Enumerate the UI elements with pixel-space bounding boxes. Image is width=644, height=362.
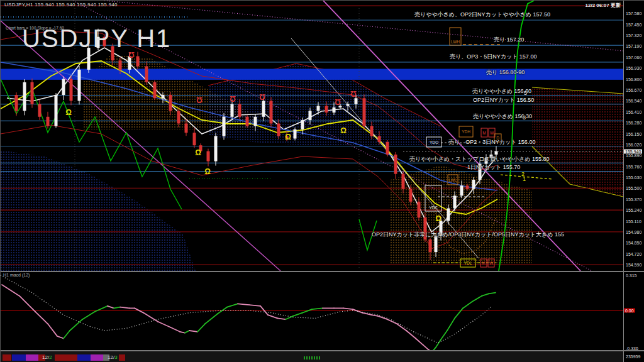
timeline-session-block — [91, 354, 103, 361]
price-axis-label: 157.060 — [626, 55, 641, 59]
sell-band — [1, 69, 623, 80]
omega-sell-marker-icon: Ω — [350, 89, 357, 98]
svg-text:LWL: LWL — [449, 178, 457, 182]
axis-corner-label: 235959 — [626, 354, 640, 359]
main-chart-pane[interactable]: ΩΩΩΩΩΩΩΩΩΩΩΩLWHYDHMWDYDOYDCLWLYDLMW USDJ… — [1, 1, 623, 272]
omega-sell-marker-icon: Ω — [259, 92, 265, 101]
svg-text:YDC: YDC — [429, 206, 438, 210]
price-annotation: 売り 156.80-90 — [486, 69, 525, 77]
timeline-session-block — [26, 354, 38, 361]
price-axis-label: 155.370 — [626, 197, 641, 201]
price-axis-label: 154.980 — [626, 229, 641, 234]
price-axis-label: 156.540 — [626, 99, 641, 103]
timeline-session-block — [12, 354, 26, 361]
price-annotation: OP2日NYカット非常に大きめ/OP3日NYカット/OP5日NYカット大きめ 1… — [372, 231, 564, 239]
price-annotation: 売り、OP2・3日NYカット 156.00 — [448, 138, 535, 146]
price-annotation: OP2日NYカット 156.50 — [473, 96, 534, 104]
price-axis-label: 157.450 — [626, 22, 641, 26]
current-price-tag: 155.940 — [624, 149, 642, 153]
price-axis-label: 155.110 — [626, 219, 641, 223]
price-axis-label: 154.590 — [626, 263, 641, 267]
price-axis-label: 156.150 — [626, 131, 641, 136]
macd-indicator-label: H1 macd (12) — [3, 273, 30, 277]
omega-buy-marker-icon: Ω — [340, 126, 347, 135]
timeline-session-block — [77, 354, 91, 361]
svg-text:YDH: YDH — [462, 129, 470, 134]
price-annotation: 売り 157.20 — [494, 36, 524, 44]
svg-text:W: W — [490, 131, 494, 135]
price-axis-label: 155.890 — [626, 153, 641, 158]
price-annotation: 売りやや小さめ 156.60 — [472, 87, 531, 96]
price-axis-label: 155.760 — [626, 164, 641, 168]
macd-signal-line — [1, 275, 492, 343]
svg-text:LWH: LWH — [451, 40, 460, 44]
price-axis-label: 157.580 — [626, 11, 641, 16]
timeline-session-block — [3, 354, 11, 361]
svg-text:M: M — [482, 131, 486, 135]
price-axis-label: 154.720 — [626, 251, 641, 256]
svg-text:YDL: YDL — [464, 261, 472, 265]
macd-zero-tag: 0.00 — [624, 309, 635, 313]
omega-buy-marker-icon: Ω — [195, 148, 201, 157]
price-axis-label: 156.930 — [626, 66, 641, 70]
trading-chart-window: ΩΩΩΩΩΩΩΩΩΩΩΩLWHYDHMWDYDOYDCLWLYDLMW USDJ… — [0, 0, 644, 362]
price-annotation: 売り、OP3・5日NYカット 157.00 — [450, 53, 536, 61]
omega-sell-marker-icon: Ω — [230, 94, 236, 103]
chart-subtext: Chart bars = 100 Slope = -17.60 — [6, 26, 64, 30]
omega-buy-marker-icon: Ω — [65, 108, 72, 117]
price-axis-label: 155.500 — [626, 186, 641, 190]
timeline-date-label[interactable]: 12/2 — [42, 354, 52, 360]
timeline-bar[interactable]: 12/212/3 — [1, 351, 623, 362]
price-axis-label: 155.240 — [626, 208, 641, 212]
symbol-info: USDJPY,H1 155.940 155.940 155.940 155.94… — [4, 2, 118, 8]
price-annotation: 1日NYカット 155.70 — [467, 163, 520, 172]
macd-main-line — [2, 285, 496, 351]
svg-text:W: W — [489, 261, 494, 265]
price-axis-label: 157.190 — [626, 44, 641, 48]
pane-separator[interactable] — [1, 271, 644, 272]
omega-buy-marker-icon: Ω — [435, 214, 441, 223]
svg-text:YDO: YDO — [430, 140, 438, 145]
svg-text:M: M — [482, 261, 485, 265]
price-axis-label: 154.850 — [626, 241, 641, 245]
price-axis-label: 156.020 — [626, 142, 641, 146]
price-axis-label: 155.630 — [626, 175, 641, 180]
price-axis-label: 156.800 — [626, 77, 641, 81]
timeline-green-ticks — [304, 356, 320, 359]
price-annotation: 売りやや小さめ、OP2日NYカットやや小さめ 157.50 — [414, 11, 550, 19]
timeline-session-block — [119, 354, 125, 361]
price-axis-label: 156.280 — [626, 121, 641, 125]
price-annotation: 5 — [524, 90, 527, 96]
omega-sell-marker-icon: Ω — [196, 96, 203, 104]
timeline-date-label[interactable]: 12/3 — [108, 354, 118, 360]
price-annotation: 1 — [523, 176, 526, 182]
macd-canvas[interactable] — [1, 272, 623, 351]
price-axis-label: 156.670 — [626, 88, 641, 92]
price-axis-label: 157.320 — [626, 33, 641, 38]
price-annotation: 売りやや小さめ・ストップロス買いやや小さめ 155.80 — [409, 155, 549, 163]
timeline-session-block — [55, 354, 77, 361]
update-timestamp: 12/2 06:07 更新 — [586, 2, 621, 9]
macd-axis-label: 0.315 — [626, 273, 637, 278]
price-axis-label: 156.410 — [626, 109, 641, 114]
omega-sell-marker-icon: Ω — [335, 97, 341, 106]
omega-buy-marker-icon: Ω — [285, 133, 291, 141]
price-annotation: 3 — [523, 114, 526, 121]
omega-buy-marker-icon: Ω — [204, 167, 211, 176]
price-axis[interactable]: 157.580157.450157.320157.190157.060156.9… — [623, 1, 644, 362]
